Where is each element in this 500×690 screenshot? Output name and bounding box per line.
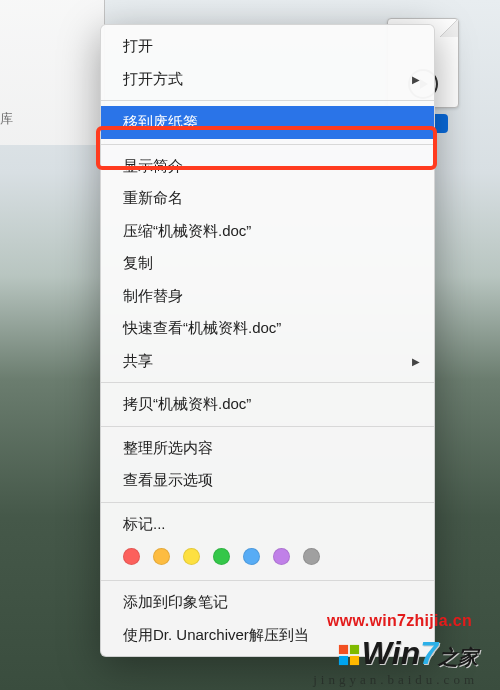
menu-view-options[interactable]: 查看显示选项	[101, 464, 434, 497]
menu-open[interactable]: 打开	[101, 30, 434, 63]
menu-clean-up[interactable]: 整理所选内容	[101, 432, 434, 465]
finder-sidebar-fragment: 库	[0, 0, 105, 145]
menu-rename[interactable]: 重新命名	[101, 182, 434, 215]
menu-separator	[101, 144, 434, 145]
menu-make-alias[interactable]: 制作替身	[101, 280, 434, 313]
tag-gray[interactable]	[303, 548, 320, 565]
menu-separator	[101, 580, 434, 581]
tag-orange[interactable]	[153, 548, 170, 565]
menu-open-with[interactable]: 打开方式	[101, 63, 434, 96]
menu-get-info[interactable]: 显示简介	[101, 150, 434, 183]
watermark-baidu: jingyan.baidu.com	[313, 672, 478, 688]
tag-green[interactable]	[213, 548, 230, 565]
menu-tags[interactable]: 标记...	[101, 508, 434, 541]
menu-quick-look[interactable]: 快速查看“机械资料.doc”	[101, 312, 434, 345]
menu-separator	[101, 382, 434, 383]
tag-blue[interactable]	[243, 548, 260, 565]
menu-separator	[101, 100, 434, 101]
menu-share[interactable]: 共享	[101, 345, 434, 378]
menu-copy[interactable]: 拷贝“机械资料.doc”	[101, 388, 434, 421]
menu-separator	[101, 502, 434, 503]
windows-flag-icon	[338, 644, 360, 666]
sidebar-label: 库	[0, 110, 13, 128]
watermark-logo: Win7之家	[338, 635, 478, 672]
menu-move-to-trash[interactable]: 移到废纸篓	[101, 106, 434, 139]
context-menu: 打开 打开方式 移到废纸篓 显示简介 重新命名 压缩“机械资料.doc” 复制 …	[100, 24, 435, 657]
tag-color-row	[101, 540, 434, 575]
tag-red[interactable]	[123, 548, 140, 565]
watermark-url: www.win7zhijia.cn	[327, 612, 472, 630]
menu-compress[interactable]: 压缩“机械资料.doc”	[101, 215, 434, 248]
menu-duplicate[interactable]: 复制	[101, 247, 434, 280]
tag-purple[interactable]	[273, 548, 290, 565]
tag-yellow[interactable]	[183, 548, 200, 565]
menu-separator	[101, 426, 434, 427]
